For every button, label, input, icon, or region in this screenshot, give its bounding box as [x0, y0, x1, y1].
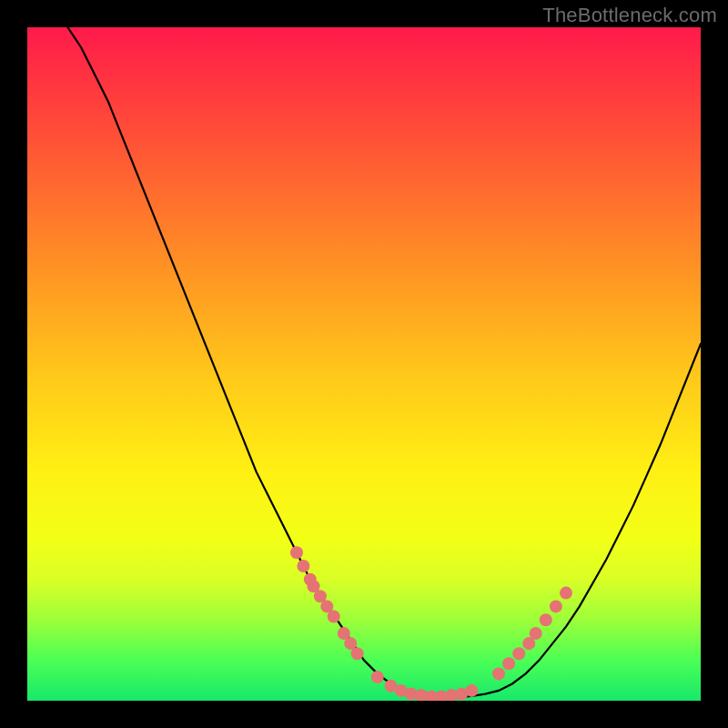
- marker-dot: [540, 613, 552, 626]
- marker-dot: [371, 671, 384, 683]
- marker-dot: [502, 657, 515, 670]
- marker-dot: [550, 600, 562, 612]
- marker-dot: [290, 546, 303, 559]
- marker-dot: [530, 627, 542, 640]
- marker-dot: [351, 647, 364, 660]
- curve-layer: [27, 27, 701, 701]
- marker-dot: [492, 667, 505, 680]
- watermark-text: TheBottleneck.com: [542, 4, 717, 27]
- marker-dot: [465, 684, 478, 697]
- marker-dot: [328, 611, 340, 623]
- marker-dot: [512, 647, 525, 660]
- bottleneck-curve: [67, 27, 701, 697]
- marker-dots: [290, 546, 572, 701]
- chart-outer: TheBottleneck.com: [0, 0, 728, 728]
- marker-dot: [297, 560, 309, 572]
- marker-dot: [560, 587, 572, 600]
- plot-area: [27, 27, 701, 701]
